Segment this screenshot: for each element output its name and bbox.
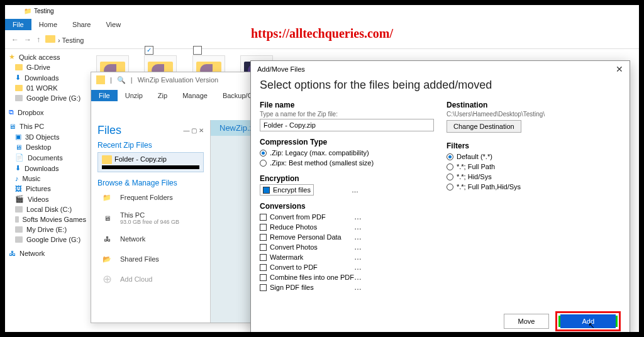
filters-label: Filters (447, 141, 621, 150)
check-remove-personal[interactable]: Remove Personal Data… (260, 232, 434, 242)
files-heading: Files (97, 124, 121, 137)
download-icon: ⬇ (15, 74, 21, 82)
filename-sub: Type a name for the Zip file: (260, 111, 434, 118)
titlebar-separator: | (131, 76, 133, 84)
more-icon[interactable]: … (354, 273, 362, 282)
sidebar-item-gdrive[interactable]: G-Drive (5, 62, 90, 72)
tab-view[interactable]: View (98, 19, 128, 30)
pc-icon: 🖥 (99, 212, 115, 224)
sidebar-item-desktop[interactable]: 🖥Desktop (5, 142, 90, 152)
folder-icon: 📁 (24, 8, 31, 14)
sidebar-item-work[interactable]: 01 WORK (5, 83, 90, 93)
up-icon[interactable]: ↑ (36, 35, 40, 44)
recent-zip-item[interactable]: Folder - Copy.zip (97, 152, 204, 172)
sidebar-item-local-c[interactable]: Local Disk (C:) (5, 204, 90, 214)
folder-icon: 📁 (99, 191, 115, 204)
sidebar-item-downloads[interactable]: ⬇Downloads (5, 72, 90, 83)
sidebar-item-google-drive[interactable]: Google Drive (G:) (5, 93, 90, 103)
more-icon[interactable]: … (354, 233, 362, 241)
radio-zipx-best[interactable]: .Zipx: Best method (smallest size) (260, 158, 434, 168)
checkbox-icon (260, 264, 267, 271)
radio-filter-fullpath[interactable]: *.*; Full Path (447, 162, 621, 172)
more-icon[interactable]: … (354, 253, 362, 262)
files-panel: Files — ▢ ✕ Recent Zip Files Folder - Co… (91, 120, 211, 323)
sidebar-network[interactable]: 🖧Network (5, 248, 90, 258)
checkbox-icon (260, 284, 267, 291)
more-icon[interactable]: … (352, 186, 358, 194)
recent-heading: Recent Zip Files (97, 141, 204, 150)
sidebar-item-downloads2[interactable]: ⬇Downloads (5, 163, 90, 174)
checkbox-icon (260, 234, 267, 241)
wz-tab-zip[interactable]: Zip (150, 90, 175, 101)
sidebar-item-softs[interactable]: Softs Movies Games (5, 214, 90, 224)
breadcrumb[interactable]: › Testing (45, 35, 84, 44)
tab-home[interactable]: Home (31, 19, 65, 30)
winzip-logo-icon (96, 75, 105, 84)
close-icon[interactable]: ✕ (616, 64, 623, 74)
wz-tab-file[interactable]: File (91, 90, 118, 101)
documents-icon: 📄 (15, 153, 24, 162)
browse-heading: Browse & Manage Files (97, 179, 204, 187)
disk-icon (15, 206, 23, 213)
tab-share[interactable]: Share (65, 19, 98, 30)
sidebar-item-my-drive[interactable]: My Drive (E:) (5, 224, 90, 235)
sidebar-item-3d-objects[interactable]: ▣3D Objects (5, 131, 90, 142)
radio-zip-legacy[interactable]: .Zip: Legacy (max. compatibility) (260, 148, 434, 158)
checkbox-icon (260, 244, 267, 251)
more-icon[interactable]: … (354, 263, 362, 272)
pictures-icon: 🖼 (15, 185, 22, 192)
checkbox-icon (260, 214, 267, 221)
move-button[interactable]: Move (504, 314, 550, 329)
check-combine-pdf[interactable]: Combine files into one PDF… (260, 272, 434, 282)
check-convert-photos[interactable]: Convert Photos… (260, 242, 434, 252)
folder-icon (45, 35, 55, 43)
check-watermark[interactable]: Watermark… (260, 252, 434, 262)
disk-icon (15, 216, 19, 223)
sidebar-item-pictures[interactable]: 🖼Pictures (5, 184, 90, 194)
forward-icon[interactable]: → (24, 35, 31, 44)
drive-icon (15, 236, 23, 243)
back-icon[interactable]: ← (11, 35, 19, 44)
browse-frequent-folders[interactable]: 📁Frequent Folders (97, 187, 204, 207)
more-icon[interactable]: … (354, 213, 362, 221)
sidebar-item-videos[interactable]: 🎬Videos (5, 194, 90, 204)
more-icon[interactable]: … (354, 283, 362, 292)
radio-icon (447, 184, 453, 191)
sidebar-item-documents[interactable]: 📄Documents (5, 152, 90, 163)
destination-path: C:\Users\Hameed\Desktop\Testing\ (447, 111, 621, 118)
shared-icon: 📂 (99, 253, 115, 265)
wz-tab-manage[interactable]: Manage (175, 90, 215, 101)
winzip-title-text: WinZip Evaluation Version (138, 76, 218, 84)
check-convert-to-pdf[interactable]: Convert to PDF… (260, 262, 434, 272)
check-sign-pdf[interactable]: Sign PDF files… (260, 282, 434, 292)
wz-tab-unzip[interactable]: Unzip (118, 90, 150, 101)
dialog-footer: Move Add↖ (504, 311, 621, 331)
search-icon[interactable] (117, 76, 126, 84)
sidebar-dropbox[interactable]: ⧉Dropbox (5, 107, 90, 118)
radio-filter-default[interactable]: Default (*.*) (447, 152, 621, 162)
redacted-bar (102, 165, 199, 169)
sidebar-item-google-drive2[interactable]: Google Drive (G:) (5, 235, 90, 245)
sidebar-quick-access[interactable]: ★Quick access (5, 52, 90, 62)
check-reduce-photos[interactable]: Reduce Photos… (260, 222, 434, 232)
browse-shared-files[interactable]: 📂Shared Files (97, 249, 204, 269)
add-button[interactable]: Add↖ (560, 314, 616, 328)
browse-add-cloud[interactable]: ⊕Add Cloud (97, 269, 204, 289)
more-icon[interactable]: … (354, 243, 362, 251)
change-destination-button[interactable]: Change Destination (447, 120, 521, 133)
filename-input[interactable] (260, 119, 434, 131)
radio-filter-full-hidsys[interactable]: *.*; Full Path,Hid/Sys (447, 182, 621, 192)
check-encrypt-files[interactable]: Encrypt files (260, 184, 314, 196)
radio-icon (447, 163, 453, 170)
check-convert-from-pdf[interactable]: Convert from PDF… (260, 212, 434, 222)
sidebar-item-music[interactable]: ♪Music (5, 174, 90, 184)
sidebar-this-pc[interactable]: 🖥This PC (5, 121, 90, 131)
checkbox-icon (260, 274, 267, 281)
browse-network[interactable]: 🖧Network (97, 229, 204, 249)
browse-this-pc[interactable]: 🖥This PC93.0 GB free of 946 GB (97, 207, 204, 229)
panel-controls[interactable]: — ▢ ✕ (183, 127, 204, 134)
tab-file[interactable]: File (5, 19, 31, 30)
more-icon[interactable]: … (354, 223, 362, 231)
radio-filter-hidsys[interactable]: *.*; Hid/Sys (447, 172, 621, 182)
radio-icon (260, 160, 267, 167)
